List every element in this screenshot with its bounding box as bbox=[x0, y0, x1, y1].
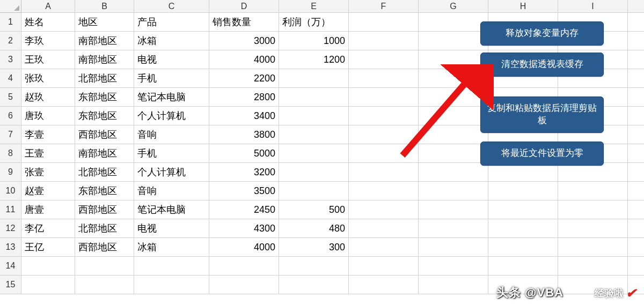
cell-A10[interactable]: 赵壹 bbox=[21, 182, 75, 200]
row-header-8[interactable]: 8 bbox=[0, 144, 21, 163]
cell-J9[interactable] bbox=[628, 163, 644, 182]
cell-D11[interactable]: 2450 bbox=[209, 200, 279, 219]
set-recent-files-zero-button[interactable]: 将最近文件设置为零 bbox=[480, 142, 604, 166]
cell-D4[interactable]: 2200 bbox=[209, 69, 279, 88]
cell-H12[interactable] bbox=[488, 219, 558, 238]
cell-D15[interactable] bbox=[209, 276, 279, 294]
cell-B2[interactable]: 南部地区 bbox=[75, 32, 134, 50]
cell-B1[interactable]: 地区 bbox=[75, 13, 134, 32]
col-header-H[interactable]: H bbox=[488, 0, 558, 13]
cell-E5[interactable] bbox=[279, 88, 349, 107]
cell-C12[interactable]: 电视 bbox=[134, 219, 209, 238]
cell-I12[interactable] bbox=[558, 219, 628, 238]
cell-H9[interactable] bbox=[488, 163, 558, 182]
cell-F7[interactable] bbox=[349, 125, 419, 144]
cell-A15[interactable] bbox=[21, 276, 75, 294]
cell-C11[interactable]: 笔记本电脑 bbox=[134, 200, 209, 219]
cell-J2[interactable] bbox=[628, 32, 644, 50]
cell-G15[interactable] bbox=[419, 276, 488, 294]
cell-D7[interactable]: 3800 bbox=[209, 125, 279, 144]
cell-J10[interactable] bbox=[628, 182, 644, 200]
row-header-3[interactable]: 3 bbox=[0, 50, 21, 69]
cell-E11[interactable]: 500 bbox=[279, 200, 349, 219]
cell-E6[interactable] bbox=[279, 107, 349, 125]
cell-D2[interactable]: 3000 bbox=[209, 32, 279, 50]
cell-C10[interactable]: 音响 bbox=[134, 182, 209, 200]
row-header-10[interactable]: 10 bbox=[0, 182, 21, 200]
col-header-A[interactable]: A bbox=[21, 0, 75, 13]
cell-I11[interactable] bbox=[558, 200, 628, 219]
cell-D10[interactable]: 3500 bbox=[209, 182, 279, 200]
cell-B10[interactable]: 东部地区 bbox=[75, 182, 134, 200]
cell-B12[interactable]: 北部地区 bbox=[75, 219, 134, 238]
cell-A11[interactable]: 唐壹 bbox=[21, 200, 75, 219]
cell-B15[interactable] bbox=[75, 276, 134, 294]
cell-C8[interactable]: 手机 bbox=[134, 144, 209, 163]
cell-G1[interactable] bbox=[419, 13, 488, 32]
cell-E15[interactable] bbox=[279, 276, 349, 294]
col-header-J[interactable]: J bbox=[628, 0, 644, 13]
cell-C6[interactable]: 个人计算机 bbox=[134, 107, 209, 125]
cell-F5[interactable] bbox=[349, 88, 419, 107]
release-object-memory-button[interactable]: 释放对象变量内存 bbox=[480, 21, 604, 46]
cell-D9[interactable]: 3200 bbox=[209, 163, 279, 182]
cell-E13[interactable]: 300 bbox=[279, 238, 349, 257]
cell-C5[interactable]: 笔记本电脑 bbox=[134, 88, 209, 107]
cell-C7[interactable]: 音响 bbox=[134, 125, 209, 144]
cell-E7[interactable] bbox=[279, 125, 349, 144]
col-header-D[interactable]: D bbox=[209, 0, 279, 13]
cell-F15[interactable] bbox=[349, 276, 419, 294]
col-header-C[interactable]: C bbox=[134, 0, 209, 13]
cell-C2[interactable]: 冰箱 bbox=[134, 32, 209, 50]
cell-J7[interactable] bbox=[628, 125, 644, 144]
cell-E9[interactable] bbox=[279, 163, 349, 182]
cell-A8[interactable]: 王壹 bbox=[21, 144, 75, 163]
cell-G10[interactable] bbox=[419, 182, 488, 200]
row-header-7[interactable]: 7 bbox=[0, 125, 21, 144]
cell-J6[interactable] bbox=[628, 107, 644, 125]
cell-E3[interactable]: 1200 bbox=[279, 50, 349, 69]
cell-F6[interactable] bbox=[349, 107, 419, 125]
cell-F9[interactable] bbox=[349, 163, 419, 182]
col-header-F[interactable]: F bbox=[349, 0, 419, 13]
cell-A6[interactable]: 唐玖 bbox=[21, 107, 75, 125]
cell-J3[interactable] bbox=[628, 50, 644, 69]
cell-A14[interactable] bbox=[21, 257, 75, 276]
cell-H11[interactable] bbox=[488, 200, 558, 219]
cell-E4[interactable] bbox=[279, 69, 349, 88]
row-header-13[interactable]: 13 bbox=[0, 238, 21, 257]
col-header-I[interactable]: I bbox=[558, 0, 628, 13]
cell-G2[interactable] bbox=[419, 32, 488, 50]
cell-C9[interactable]: 个人计算机 bbox=[134, 163, 209, 182]
cell-E1[interactable]: 利润（万） bbox=[279, 13, 349, 32]
cell-D3[interactable]: 4000 bbox=[209, 50, 279, 69]
cell-F14[interactable] bbox=[349, 257, 419, 276]
cell-C13[interactable]: 冰箱 bbox=[134, 238, 209, 257]
cell-B11[interactable]: 西部地区 bbox=[75, 200, 134, 219]
cell-I9[interactable] bbox=[558, 163, 628, 182]
cell-J11[interactable] bbox=[628, 200, 644, 219]
cell-A9[interactable]: 张壹 bbox=[21, 163, 75, 182]
cell-B6[interactable]: 东部地区 bbox=[75, 107, 134, 125]
cell-B9[interactable]: 北部地区 bbox=[75, 163, 134, 182]
col-header-B[interactable]: B bbox=[75, 0, 134, 13]
cell-A4[interactable]: 张玖 bbox=[21, 69, 75, 88]
cell-A7[interactable]: 李壹 bbox=[21, 125, 75, 144]
cell-I13[interactable] bbox=[558, 238, 628, 257]
row-header-12[interactable]: 12 bbox=[0, 219, 21, 238]
cell-A5[interactable]: 赵玖 bbox=[21, 88, 75, 107]
select-all-corner[interactable] bbox=[0, 0, 21, 13]
cell-G6[interactable] bbox=[419, 107, 488, 125]
row-header-4[interactable]: 4 bbox=[0, 69, 21, 88]
cell-C1[interactable]: 产品 bbox=[134, 13, 209, 32]
cell-F13[interactable] bbox=[349, 238, 419, 257]
row-header-9[interactable]: 9 bbox=[0, 163, 21, 182]
row-header-6[interactable]: 6 bbox=[0, 107, 21, 125]
copy-paste-clear-clipboard-button[interactable]: 复制和粘贴数据后清理剪贴板 bbox=[480, 96, 604, 133]
cell-H10[interactable] bbox=[488, 182, 558, 200]
cell-G4[interactable] bbox=[419, 69, 488, 88]
row-header-15[interactable]: 15 bbox=[0, 276, 21, 294]
cell-F1[interactable] bbox=[349, 13, 419, 32]
cell-J4[interactable] bbox=[628, 69, 644, 88]
cell-E14[interactable] bbox=[279, 257, 349, 276]
